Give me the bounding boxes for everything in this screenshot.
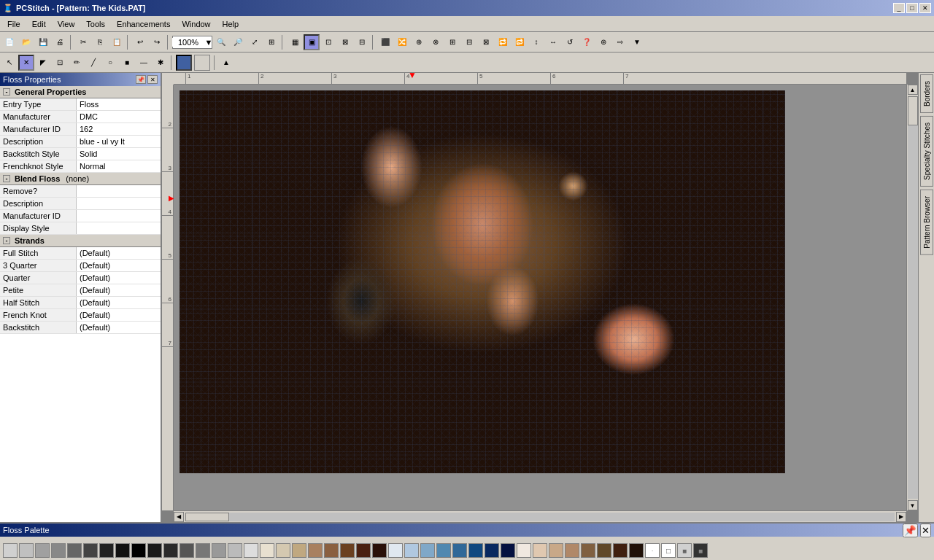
swatch-15[interactable] <box>244 543 258 558</box>
cut-button[interactable]: ✂ <box>75 34 91 50</box>
strands-expand-icon[interactable]: - <box>3 237 10 244</box>
extra1[interactable]: ▲ <box>218 55 234 71</box>
fill-tool[interactable]: ■ <box>119 55 135 71</box>
swatch-27[interactable] <box>436 543 451 558</box>
canvas-viewport[interactable] <box>174 85 906 510</box>
general-section-header[interactable]: - General Properties <box>0 86 161 98</box>
menu-view[interactable]: View <box>52 18 81 30</box>
partial-stitch-tool[interactable]: ◤ <box>35 55 51 71</box>
swatch-19[interactable] <box>308 543 323 558</box>
swatch-1[interactable] <box>19 543 34 558</box>
fg-color[interactable] <box>176 55 192 71</box>
select-all-button[interactable]: ⊡ <box>320 34 336 50</box>
pencil-tool[interactable]: ✏ <box>69 55 85 71</box>
t16[interactable]: ▼ <box>629 34 645 50</box>
swatch-12[interactable] <box>196 543 210 558</box>
h-scroll-track[interactable] <box>185 513 895 521</box>
scroll-left-button[interactable]: ◀ <box>174 512 184 522</box>
select-button[interactable]: ▣ <box>304 34 320 50</box>
palette-panel-controls[interactable]: 📌 ✕ <box>903 524 931 537</box>
swatch-21[interactable] <box>340 543 355 558</box>
minimize-button[interactable]: _ <box>893 3 905 13</box>
swatch-7[interactable] <box>115 543 130 558</box>
swatch-24[interactable] <box>388 543 403 558</box>
panel-pin-button[interactable]: 📌 <box>136 75 146 84</box>
t11[interactable]: ↔ <box>545 34 561 50</box>
v-scrollbar[interactable]: ▲ ▼ <box>906 85 918 510</box>
swatch-dot-2[interactable]: □ <box>661 543 676 558</box>
menu-file[interactable]: File <box>1 18 26 30</box>
swatch-13[interactable] <box>212 543 226 558</box>
palette-close-button[interactable]: ✕ <box>920 524 931 537</box>
panel-controls[interactable]: 📌 ✕ <box>136 75 158 84</box>
t6[interactable]: ⊟ <box>461 34 477 50</box>
strands-section-header[interactable]: - Strands <box>0 235 161 247</box>
scroll-up-button[interactable]: ▲ <box>908 85 918 95</box>
blend-expand-icon[interactable]: - <box>3 175 10 182</box>
swatch-9[interactable] <box>147 543 162 558</box>
swatch-30[interactable] <box>485 543 499 558</box>
sidebar-tab-borders[interactable]: Borders <box>920 74 933 113</box>
close-button[interactable]: ✕ <box>919 3 931 13</box>
swatch-38[interactable] <box>613 543 628 558</box>
swatch-31[interactable] <box>501 543 515 558</box>
t13[interactable]: ❓ <box>579 34 595 50</box>
v-scroll-track[interactable] <box>908 96 918 499</box>
swatch-3[interactable] <box>51 543 66 558</box>
t7[interactable]: ⊠ <box>478 34 494 50</box>
sidebar-tab-pattern-browser[interactable]: Pattern Browser <box>920 190 933 255</box>
swatch-dot-3[interactable]: ■ <box>677 543 692 558</box>
swatch-8[interactable] <box>131 543 146 558</box>
swatch-5[interactable] <box>83 543 98 558</box>
h-scrollbar[interactable]: ◀ ▶ <box>174 510 906 522</box>
open-button[interactable]: 📂 <box>18 34 34 50</box>
swatch-dot-1[interactable]: · <box>645 543 660 558</box>
swatch-10[interactable] <box>163 543 178 558</box>
scroll-right-button[interactable]: ▶ <box>896 512 906 522</box>
zoom-out-button[interactable]: 🔍 <box>213 34 229 50</box>
maximize-button[interactable]: □ <box>906 3 918 13</box>
backstitch-tool[interactable]: ⊡ <box>52 55 68 71</box>
t14[interactable]: ⊛ <box>595 34 611 50</box>
menu-window[interactable]: Window <box>176 18 216 30</box>
swatch-11[interactable] <box>180 543 194 558</box>
swatch-39[interactable] <box>629 543 644 558</box>
zoom-input[interactable] <box>172 38 205 47</box>
swatch-20[interactable] <box>324 543 339 558</box>
swatch-6[interactable] <box>99 543 114 558</box>
t4[interactable]: ⊗ <box>428 34 444 50</box>
swatch-34[interactable] <box>549 543 563 558</box>
swatch-28[interactable] <box>452 543 467 558</box>
grid-button[interactable]: ▦ <box>287 34 303 50</box>
erase-tool[interactable]: — <box>136 55 152 71</box>
zoom-fit-button[interactable]: ⤢ <box>247 34 263 50</box>
t10[interactable]: ↕ <box>528 34 544 50</box>
circle-tool[interactable]: ○ <box>102 55 118 71</box>
swatch-18[interactable] <box>292 543 306 558</box>
new-button[interactable]: 📄 <box>1 34 18 50</box>
blend-section-header[interactable]: - Blend Floss (none) <box>0 173 161 185</box>
text-tool[interactable]: ✱ <box>153 55 169 71</box>
window-controls[interactable]: _ □ ✕ <box>893 3 931 13</box>
zoom-dropdown-icon[interactable]: ▼ <box>205 38 213 47</box>
general-expand-icon[interactable]: - <box>3 88 10 96</box>
swatch-22[interactable] <box>356 543 371 558</box>
t2[interactable]: 🔀 <box>394 34 410 50</box>
pointer-tool[interactable]: ↖ <box>1 55 18 71</box>
v-scroll-thumb[interactable] <box>908 96 918 125</box>
swatch-29[interactable] <box>468 543 483 558</box>
crop-button[interactable]: ⊟ <box>354 34 370 50</box>
sidebar-tab-specialty[interactable]: Specialty Stitches <box>920 116 933 187</box>
cross-stitch-tool[interactable]: ✕ <box>18 55 34 71</box>
t5[interactable]: ⊞ <box>444 34 460 50</box>
bg-color[interactable] <box>194 55 210 71</box>
h-scroll-thumb[interactable] <box>185 513 229 521</box>
deselect-button[interactable]: ⊠ <box>337 34 353 50</box>
palette-pin-button[interactable]: 📌 <box>903 524 918 537</box>
swatch-23[interactable] <box>372 543 387 558</box>
swatch-25[interactable] <box>404 543 419 558</box>
t9[interactable]: 🔂 <box>512 34 528 50</box>
swatch-16[interactable] <box>260 543 274 558</box>
line-tool[interactable]: ╱ <box>85 55 101 71</box>
print-button[interactable]: 🖨 <box>52 34 68 50</box>
